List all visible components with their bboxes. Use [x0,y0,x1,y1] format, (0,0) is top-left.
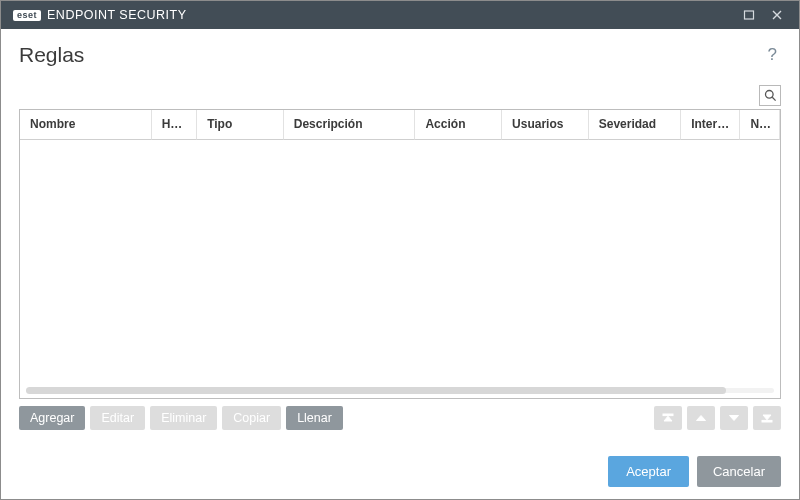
chevron-top-icon [662,412,674,424]
dialog-footer: Aceptar Cancelar [19,434,781,487]
edit-button[interactable]: Editar [90,406,145,430]
titlebar: eset ENDPOINT SECURITY [1,1,799,29]
copy-button[interactable]: Copiar [222,406,281,430]
column-header[interactable]: Acción [415,110,502,140]
table-header: NombreHabili...TipoDescripciónAcciónUsua… [20,110,780,140]
move-up-button[interactable] [687,406,715,430]
column-header[interactable]: Nombre [20,110,152,140]
column-header[interactable]: Severidad [589,110,682,140]
heading-row: Reglas ? [19,43,781,67]
svg-rect-0 [745,11,754,19]
svg-rect-3 [663,414,673,416]
add-button[interactable]: Agregar [19,406,85,430]
column-header[interactable]: Tipo [197,110,284,140]
column-header[interactable]: Descripción [284,110,416,140]
brand-product: ENDPOINT SECURITY [47,8,187,22]
column-header[interactable]: Interval... [681,110,740,140]
content-area: Reglas ? NombreHabili...TipoDescripciónA… [1,29,799,499]
svg-point-1 [765,91,773,99]
column-header[interactable]: Noti [740,110,780,140]
rules-table: NombreHabili...TipoDescripciónAcciónUsua… [19,109,781,399]
table-body [20,140,780,384]
svg-line-2 [772,97,775,100]
brand: eset ENDPOINT SECURITY [13,8,187,22]
fill-button[interactable]: Llenar [286,406,343,430]
rules-dialog: eset ENDPOINT SECURITY Reglas ? NombreHa… [0,0,800,500]
svg-rect-4 [762,420,772,422]
move-bottom-button[interactable] [753,406,781,430]
move-top-button[interactable] [654,406,682,430]
column-header[interactable]: Habili... [152,110,197,140]
help-button[interactable]: ? [764,43,781,67]
chevron-down-icon [728,412,740,424]
toolbar: Agregar Editar Eliminar Copiar Llenar [19,406,781,430]
accept-button[interactable]: Aceptar [608,456,689,487]
cancel-button[interactable]: Cancelar [697,456,781,487]
search-row [19,85,781,106]
page-title: Reglas [19,43,84,67]
close-button[interactable] [763,1,791,29]
horizontal-scrollbar[interactable] [20,384,780,398]
chevron-up-icon [695,412,707,424]
move-down-button[interactable] [720,406,748,430]
brand-badge: eset [13,10,41,21]
chevron-bottom-icon [761,412,773,424]
column-header[interactable]: Usuarios [502,110,589,140]
search-icon [764,89,777,102]
minimize-button[interactable] [735,1,763,29]
search-button[interactable] [759,85,781,106]
delete-button[interactable]: Eliminar [150,406,217,430]
